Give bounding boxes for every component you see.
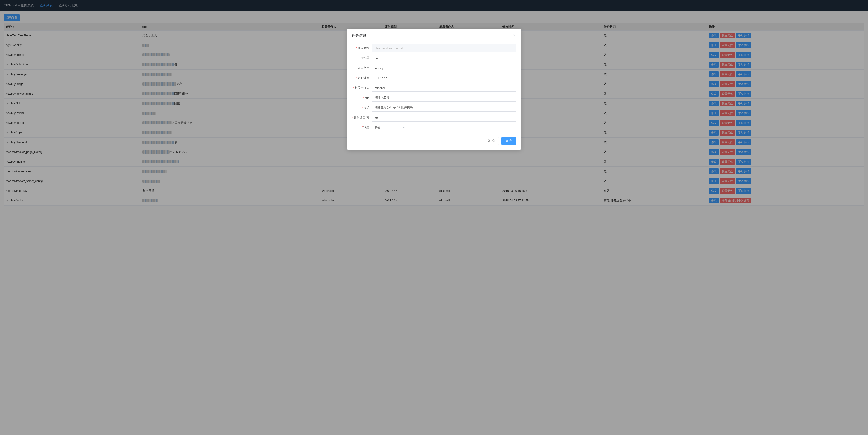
label-cron: *定时规则 — [352, 76, 372, 80]
input-executor[interactable] — [372, 54, 516, 62]
confirm-button[interactable]: 确 定 — [501, 137, 516, 145]
task-info-modal: 任务信息 × *任务名称 执行器 入口文件 *定时规则 *相关责任人 *titl… — [347, 29, 521, 149]
input-timeout[interactable] — [372, 114, 516, 122]
label-entry: 入口文件 — [352, 66, 372, 70]
label-desc: *描述 — [352, 106, 372, 110]
input-entry[interactable] — [372, 64, 516, 72]
input-owner[interactable] — [372, 84, 516, 92]
label-timeout: *超时设置/秒 — [352, 115, 372, 120]
input-desc[interactable] — [372, 104, 516, 111]
select-status[interactable] — [372, 124, 407, 131]
modal-footer: 取 消 确 定 — [347, 135, 521, 149]
modal-title: 任务信息 — [352, 33, 366, 38]
close-icon[interactable]: × — [512, 33, 516, 38]
label-owner: *相关责任人 — [352, 86, 372, 90]
label-executor: 执行器 — [352, 56, 372, 60]
cancel-button[interactable]: 取 消 — [484, 137, 499, 145]
label-title: *title — [352, 96, 372, 100]
label-status: *状态 — [352, 126, 372, 130]
input-task-name — [372, 44, 516, 52]
input-title[interactable] — [372, 94, 516, 102]
label-task-name: *任务名称 — [352, 46, 372, 50]
modal-body: *任务名称 执行器 入口文件 *定时规则 *相关责任人 *title *描述 — [347, 39, 521, 135]
modal-header: 任务信息 × — [347, 29, 521, 39]
input-cron[interactable] — [372, 74, 516, 82]
